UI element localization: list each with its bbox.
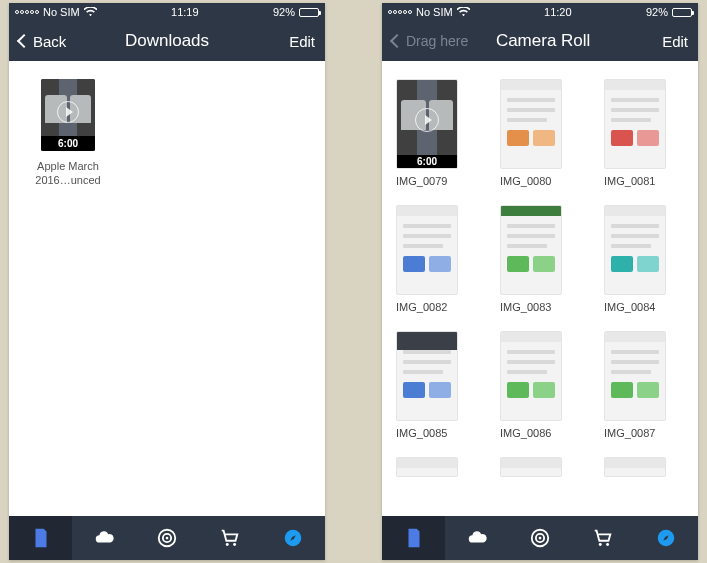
photo-thumbnail [500, 331, 562, 421]
clock-label: 11:19 [171, 6, 199, 18]
photo-name: IMG_0079 [396, 175, 476, 187]
edit-label: Edit [662, 33, 688, 50]
compass-icon [282, 527, 304, 549]
tab-cloud[interactable] [445, 516, 508, 560]
edit-button[interactable]: Edit [245, 33, 315, 50]
photo-item[interactable] [500, 457, 580, 483]
chevron-left-icon [390, 34, 404, 48]
page-title: Camera Roll [468, 31, 618, 51]
tab-cart[interactable] [572, 516, 635, 560]
photo-name: IMG_0081 [604, 175, 684, 187]
wifi-icon [457, 7, 470, 17]
svg-point-3 [226, 543, 229, 546]
cloud-icon [93, 527, 115, 549]
battery-label: 92% [646, 6, 668, 18]
signal-icon [388, 10, 412, 14]
video-thumbnail: 6:00 [41, 79, 95, 151]
chevron-left-icon [17, 34, 31, 48]
phone-left-screen: No SIM 11:19 92% Back Downloads Edit 6:0 [9, 3, 325, 560]
tab-cloud[interactable] [72, 516, 135, 560]
bottom-toolbar [382, 516, 698, 560]
cart-icon [592, 527, 614, 549]
hotspot-icon [156, 527, 178, 549]
battery-icon [299, 8, 319, 17]
photo-name: IMG_0086 [500, 427, 580, 439]
content-area[interactable]: 6:00 Apple March 2016…unced [9, 61, 325, 516]
tab-browser[interactable] [635, 516, 698, 560]
cloud-icon [466, 527, 488, 549]
edit-button[interactable]: Edit [618, 33, 688, 50]
photo-item[interactable]: IMG_0081 [604, 79, 684, 187]
edit-label: Edit [289, 33, 315, 50]
carrier-label: No SIM [416, 6, 453, 18]
photo-name: IMG_0083 [500, 301, 580, 313]
tab-documents[interactable] [9, 516, 72, 560]
battery-icon [672, 8, 692, 17]
back-button[interactable]: Back [19, 33, 89, 50]
photo-item[interactable]: IMG_0082 [396, 205, 476, 313]
photo-thumbnail [500, 79, 562, 169]
photo-item[interactable]: 6:00IMG_0079 [396, 79, 476, 187]
photo-thumbnail [500, 457, 562, 477]
compass-icon [655, 527, 677, 549]
battery-label: 92% [273, 6, 295, 18]
hotspot-icon [529, 527, 551, 549]
status-bar: No SIM 11:19 92% [9, 3, 325, 21]
bottom-toolbar [9, 516, 325, 560]
photo-item[interactable] [396, 457, 476, 483]
document-icon [403, 527, 425, 549]
photo-thumbnail [396, 205, 458, 295]
svg-point-10 [606, 543, 609, 546]
nav-bar: Drag here Camera Roll Edit [382, 21, 698, 61]
drag-here-label: Drag here [406, 33, 468, 49]
phone-right-screen: No SIM 11:20 92% Drag here Camera Roll E… [382, 3, 698, 560]
tab-browser[interactable] [262, 516, 325, 560]
download-item-name: Apple March 2016…unced [23, 159, 113, 188]
photo-item[interactable]: IMG_0086 [500, 331, 580, 439]
signal-icon [15, 10, 39, 14]
photo-name: IMG_0085 [396, 427, 476, 439]
photo-thumbnail [604, 79, 666, 169]
tab-hotspot[interactable] [135, 516, 198, 560]
svg-point-8 [539, 537, 542, 540]
tab-hotspot[interactable] [508, 516, 571, 560]
photo-name: IMG_0084 [604, 301, 684, 313]
photo-thumbnail [396, 457, 458, 477]
photo-item[interactable]: IMG_0085 [396, 331, 476, 439]
play-icon [57, 101, 79, 123]
photo-item[interactable]: IMG_0084 [604, 205, 684, 313]
photo-thumbnail [604, 331, 666, 421]
photo-item[interactable]: IMG_0087 [604, 331, 684, 439]
photo-item[interactable]: IMG_0083 [500, 205, 580, 313]
svg-point-4 [233, 543, 236, 546]
content-area[interactable]: 6:00IMG_0079IMG_0080IMG_0081IMG_0082IMG_… [382, 61, 698, 516]
tab-documents[interactable] [382, 516, 445, 560]
photo-thumbnail [500, 205, 562, 295]
video-duration: 6:00 [41, 136, 95, 151]
video-duration: 6:00 [397, 155, 457, 168]
status-bar: No SIM 11:20 92% [382, 3, 698, 21]
photo-name: IMG_0082 [396, 301, 476, 313]
photo-thumbnail [604, 205, 666, 295]
cart-icon [219, 527, 241, 549]
download-item[interactable]: 6:00 Apple March 2016…unced [23, 79, 113, 188]
page-title: Downloads [89, 31, 245, 51]
photo-thumbnail: 6:00 [396, 79, 458, 169]
photo-name: IMG_0087 [604, 427, 684, 439]
play-icon [415, 108, 439, 132]
back-button[interactable]: Drag here [392, 33, 468, 49]
tab-cart[interactable] [199, 516, 262, 560]
nav-bar: Back Downloads Edit [9, 21, 325, 61]
carrier-label: No SIM [43, 6, 80, 18]
photo-item[interactable]: IMG_0080 [500, 79, 580, 187]
wifi-icon [84, 7, 97, 17]
back-label: Back [33, 33, 66, 50]
photo-thumbnail [604, 457, 666, 477]
svg-point-2 [166, 537, 169, 540]
photo-name: IMG_0080 [500, 175, 580, 187]
photo-item[interactable] [604, 457, 684, 483]
clock-label: 11:20 [544, 6, 572, 18]
photo-thumbnail [396, 331, 458, 421]
svg-point-9 [599, 543, 602, 546]
document-icon [30, 527, 52, 549]
